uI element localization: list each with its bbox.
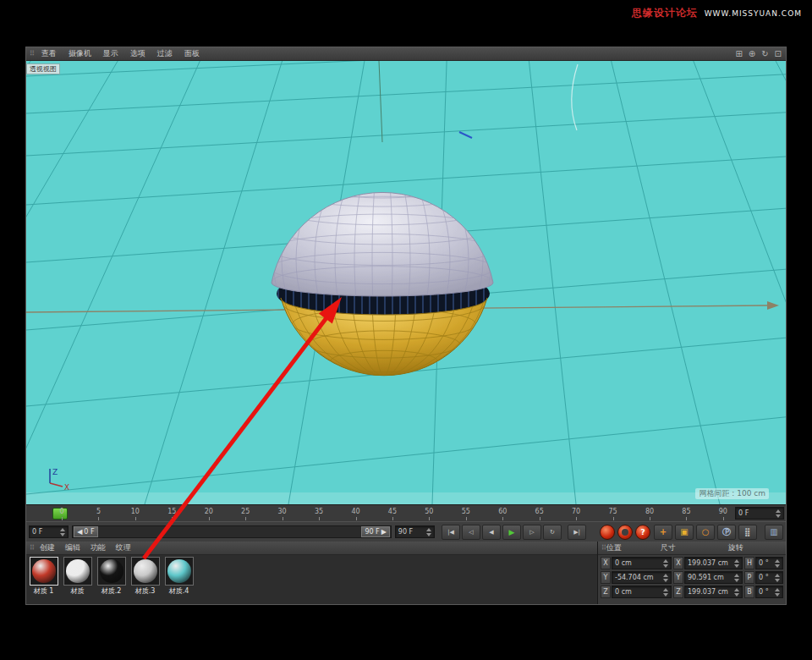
timeline-tick: 15 [165,505,178,521]
material-item[interactable]: 材质.2 [96,557,127,602]
menu-view[interactable]: 查看 [41,48,57,59]
spinner-arrows-icon[interactable] [734,574,739,582]
range-start-handle[interactable]: ◀ 0 F [74,526,97,537]
material-thumbnail[interactable] [131,557,160,586]
record-controls: ? [600,525,650,540]
position-toggle-icon[interactable]: + [654,525,672,540]
menu-texture[interactable]: 纹理 [116,542,131,553]
timeline-ticks: 0 5 10 15 20 25 30 35 40 45 50 55 60 65 … [55,505,730,521]
c4d-window: ⠿ 查看 摄像机 显示 选项 过滤 面板 ⊞ ⊕ ↻ ⊡ [25,47,787,605]
field-tag: Z [673,586,683,598]
autokey-button[interactable] [617,525,633,540]
spinner-arrows-icon[interactable] [663,588,668,597]
spinner-arrows-icon[interactable] [426,528,431,536]
coordinates-grid: X 0 cm X 199.037 cm H 0 ° [598,555,786,604]
position-x-field[interactable]: X 0 cm [601,557,672,569]
material-sphere-preview [32,559,56,583]
timeline-tick: 40 [349,505,363,521]
parameter-toggle-icon[interactable]: Ⓟ [717,525,736,540]
material-thumbnail[interactable] [97,557,126,586]
spinner-arrows-icon[interactable] [663,574,668,582]
bottom-panels: ⠿ 创建 编辑 功能 纹理 材质 1 [26,542,786,604]
menu-panel[interactable]: 面板 [184,48,200,59]
material-item[interactable]: 材质.3 [129,557,161,602]
axis-x-label: X [64,483,69,492]
spinner-arrows-icon[interactable] [60,528,65,536]
previous-key-button[interactable]: ◁ [462,525,480,540]
current-frame-spinner[interactable]: 0 F [29,525,69,538]
grip-icon[interactable]: ⠿ [30,50,35,58]
timeline-end-spinner[interactable]: 0 F [735,507,784,520]
material-name: 材质 1 [34,586,54,596]
watermark: 思缘设计论坛 WWW.MISSYUAN.COM [632,6,802,20]
material-thumbnail[interactable] [63,557,92,586]
pan-view-icon[interactable]: ⊞ [735,49,742,58]
menu-options[interactable]: 选项 [130,48,145,59]
menu-create[interactable]: 创建 [40,542,55,553]
x-axis-arrowhead [767,301,779,310]
point-level-animation-toggle-icon[interactable]: ⣿ [738,525,757,540]
menu-filter[interactable]: 过滤 [157,48,173,59]
next-frame-button[interactable]: ▷ [523,525,541,540]
y-axis-handle[interactable] [459,132,472,138]
timeline-tick: 25 [239,505,252,521]
viewport-nav-icons: ⊞ ⊕ ↻ ⊡ [735,49,786,58]
size-y-field[interactable]: Y 90.591 cm [673,571,743,584]
keyframe-selection-button[interactable]: ? [635,525,650,540]
menu-function[interactable]: 功能 [91,542,106,553]
spinner-arrows-icon[interactable] [776,509,781,518]
rotation-b-field[interactable]: B 0 ° [744,586,783,598]
spinner-arrows-icon[interactable] [734,559,739,568]
previous-frame-button[interactable]: ◀ [482,525,501,540]
viewport-canvas[interactable]: Z X [26,61,786,504]
sphere-object[interactable] [270,145,494,376]
spinner-arrows-icon[interactable] [775,574,780,582]
rotation-toggle-icon[interactable]: ○ [696,525,715,540]
field-tag: H [744,557,754,569]
material-thumbnail[interactable] [30,557,58,586]
size-z-field[interactable]: Z 199.037 cm [673,586,743,598]
timeline-tick: 20 [202,505,216,521]
position-y-field[interactable]: Y -54.704 cm [601,571,672,584]
grid-spacing-label: 网格间距 : 100 cm [695,488,769,499]
timeline-tick: 10 [129,505,142,521]
menu-edit[interactable]: 编辑 [65,542,80,553]
range-end-handle[interactable]: 90 F ▶ [361,526,389,537]
position-z-field[interactable]: Z 0 cm [601,586,672,598]
grip-icon[interactable]: ⠿ [30,544,35,552]
play-button[interactable]: ▶ [502,525,521,540]
view-name-tab[interactable]: 透视视图 [26,63,60,74]
range-end-spinner[interactable]: 90 F [395,525,435,538]
material-item[interactable]: 材质 1 [28,557,59,602]
size-x-field[interactable]: X 199.037 cm [673,557,743,569]
timeline-tick: 55 [459,505,473,521]
scale-toggle-icon[interactable]: ▣ [675,525,694,540]
timeline-tick: 90 [716,505,730,521]
spinner-arrows-icon[interactable] [734,588,739,597]
material-thumbnail[interactable] [165,557,194,586]
timeline-mode-icon[interactable]: ▥ [765,525,783,540]
field-tag: Z [601,586,611,598]
toggle-view-icon[interactable]: ⊡ [775,49,782,58]
go-to-end-button[interactable]: ▶| [568,525,586,540]
cycle-button[interactable]: ↻ [543,525,562,540]
keying-toggles: + ▣ ○ Ⓟ ⣿ ▥ [654,525,783,540]
record-keyframe-button[interactable] [600,525,615,540]
rotation-p-field[interactable]: P 0 ° [744,571,783,584]
spinner-arrows-icon[interactable] [775,588,780,597]
material-item[interactable]: 材质.4 [163,557,195,602]
spinner-arrows-icon[interactable] [663,559,668,568]
spinner-arrows-icon[interactable] [775,559,780,568]
rotation-h-field[interactable]: H 0 ° [744,557,783,569]
material-item[interactable]: 材质 [62,557,93,602]
viewport-3d[interactable]: Z X 透视视图 网格间距 : 100 cm [26,61,786,504]
timeline-ruler[interactable]: 0 5 10 15 20 25 30 35 40 45 50 55 60 65 … [26,504,786,521]
menu-display[interactable]: 显示 [103,48,118,59]
header-rotation: 旋转 [728,542,786,553]
zoom-view-icon[interactable]: ⊕ [749,49,755,58]
frame-range-slider[interactable]: ◀ 0 F 90 F ▶ [72,525,392,538]
go-to-start-button[interactable]: |◀ [442,525,460,540]
menu-camera[interactable]: 摄像机 [69,48,91,59]
rotate-view-icon[interactable]: ↻ [761,49,768,58]
header-position: 位置 [606,542,661,553]
